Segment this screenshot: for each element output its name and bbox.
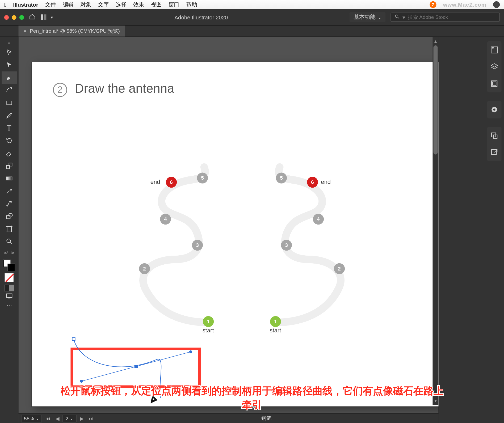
close-tab-icon[interactable]: × (23, 28, 26, 34)
next-artboard-button[interactable]: ▶ (78, 415, 85, 421)
shape-builder-tool[interactable] (2, 210, 17, 222)
rectangle-tool[interactable] (2, 96, 17, 109)
gradient-tool[interactable] (2, 172, 17, 185)
svg-point-2 (395, 15, 398, 18)
close-window-button[interactable] (4, 15, 9, 19)
menu-type[interactable]: 文字 (98, 1, 109, 8)
svg-text:3: 3 (285, 242, 288, 248)
node-5: 5 (276, 172, 287, 183)
svg-line-19 (10, 242, 12, 244)
direct-selection-tool[interactable] (2, 59, 17, 71)
scroll-up-icon[interactable]: ▲ (432, 38, 438, 44)
start-label: start (270, 327, 281, 334)
apple-menu-icon[interactable]:  (4, 1, 6, 8)
first-artboard-button[interactable]: ⏮ (44, 415, 52, 421)
svg-text:1: 1 (207, 319, 210, 324)
document-tab[interactable]: × Pen_intro.ai* @ 58% (CMYK/GPU 预览) (19, 26, 125, 36)
user-avatar-icon[interactable] (493, 1, 500, 8)
draw-mode-toggle[interactable] (4, 285, 14, 291)
layers-panel-icon[interactable] (489, 61, 499, 72)
canvas-area: 2Draw the antenna 1 start 2 3 4 5 6 (19, 37, 439, 423)
pen-demo-highlight (70, 348, 201, 388)
menu-view[interactable]: 视图 (151, 1, 162, 8)
none-color-swatch[interactable] (5, 273, 14, 282)
menu-select[interactable]: 选择 (116, 1, 127, 8)
svg-rect-61 (491, 150, 496, 154)
scroll-thumb[interactable] (434, 45, 438, 155)
node-2: 2 (334, 263, 345, 274)
zoom-level-dropdown[interactable]: 58%⌄ (21, 414, 42, 422)
scale-tool[interactable] (2, 159, 17, 172)
last-artboard-button[interactable]: ⏭ (87, 415, 95, 421)
paintbrush-tool[interactable] (2, 109, 17, 122)
app-title: Adobe Illustrator 2020 (58, 14, 345, 20)
type-tool[interactable]: T (2, 122, 17, 134)
svg-point-49 (80, 380, 83, 383)
eraser-tool[interactable] (2, 147, 17, 159)
svg-rect-8 (6, 177, 12, 180)
node-4: 4 (160, 214, 171, 225)
menu-file[interactable]: 文件 (45, 1, 56, 8)
home-button[interactable] (29, 13, 36, 21)
zoom-window-button[interactable] (19, 15, 24, 19)
svg-text:5: 5 (201, 175, 204, 181)
menu-help[interactable]: 帮助 (186, 1, 197, 8)
svg-rect-52 (491, 47, 497, 53)
zoom-tool[interactable] (2, 235, 17, 248)
stock-search-input[interactable] (408, 14, 496, 20)
node-5: 5 (197, 172, 208, 183)
start-label: start (203, 327, 214, 334)
pen-tool[interactable] (2, 71, 17, 84)
asset-export-panel-icon[interactable] (489, 130, 499, 141)
cc-libraries-panel-icon[interactable] (489, 104, 499, 115)
eyedropper-tool[interactable] (2, 185, 17, 197)
minimize-window-button[interactable] (12, 15, 16, 19)
artboards-panel-icon[interactable] (489, 78, 499, 89)
document-viewport[interactable]: 2Draw the antenna 1 start 2 3 4 5 6 (19, 37, 439, 413)
app-name-menu[interactable]: Illustrator (13, 2, 38, 8)
svg-rect-56 (492, 82, 496, 85)
tools-grip-icon[interactable]: « (2, 40, 17, 46)
status-bar: 58%⌄ ⏮ ◀ 2⌄ ▶ ⏭ 钢笔 (19, 413, 439, 423)
antenna-right: 1 start 2 3 4 5 6 end (254, 154, 364, 332)
workspace-main: « T ⤾ ⤿ ⋯ (0, 37, 504, 423)
menu-effect[interactable]: 效果 (133, 1, 144, 8)
node-6-end: 6 (166, 177, 177, 188)
svg-rect-5 (6, 101, 11, 105)
artboard-number-field[interactable]: 2⌄ (62, 414, 76, 422)
artboard-tool[interactable] (2, 222, 17, 235)
svg-text:5: 5 (280, 175, 283, 181)
svg-text:3: 3 (196, 242, 199, 248)
stock-search[interactable]: ▾ (390, 12, 500, 22)
svg-text:2: 2 (143, 266, 146, 272)
scroll-down-icon[interactable]: ▼ (432, 397, 438, 404)
export-panel-icon[interactable] (489, 147, 499, 158)
fill-stroke-swatch[interactable] (3, 259, 15, 271)
chevron-down-icon: ▾ (51, 15, 53, 19)
prev-artboard-button[interactable]: ◀ (54, 415, 61, 421)
menu-edit[interactable]: 编辑 (63, 1, 74, 8)
selection-tool[interactable] (2, 46, 17, 59)
z-badge-icon: Z (430, 1, 436, 8)
svg-point-54 (492, 47, 493, 48)
menu-window[interactable]: 窗口 (169, 1, 179, 8)
panel-dock[interactable] (439, 37, 484, 423)
workspace-switcher[interactable]: 基本功能 ⌄ (350, 12, 386, 22)
current-tool-label: 钢笔 (261, 415, 271, 422)
vertical-scrollbar[interactable]: ▲ ▼ (432, 37, 438, 405)
svg-point-51 (153, 398, 154, 400)
menu-object[interactable]: 对象 (80, 1, 91, 8)
svg-rect-20 (6, 294, 12, 298)
arrange-documents-button[interactable]: ▾ (41, 14, 53, 20)
swap-fill-stroke-icon[interactable]: ⤾ ⤿ (2, 248, 17, 257)
blend-tool[interactable] (2, 197, 17, 210)
edit-toolbar-button[interactable]: ⋯ (2, 301, 17, 310)
rotate-tool[interactable] (2, 134, 17, 147)
curvature-tool[interactable] (2, 84, 17, 96)
node-1-start: 1 (270, 316, 281, 327)
svg-point-10 (10, 201, 12, 202)
document-tabbar: × Pen_intro.ai* @ 58% (CMYK/GPU 预览) (0, 25, 504, 37)
svg-rect-60 (493, 135, 497, 138)
properties-panel-icon[interactable] (489, 44, 499, 55)
screen-mode-button[interactable] (2, 291, 17, 301)
